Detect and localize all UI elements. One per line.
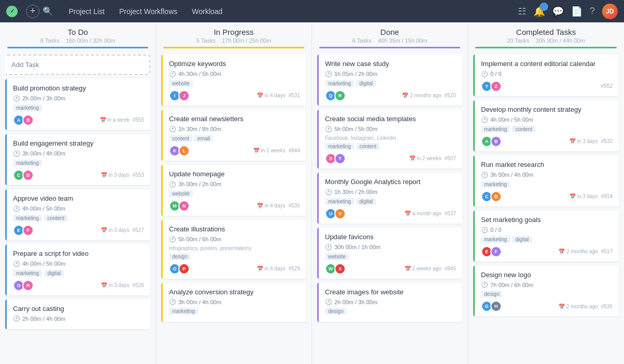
card-title: Design new logo (481, 271, 613, 280)
column-header: To Do 8 Tasks 16h 00m / 32h 00m (0, 22, 155, 53)
tag: content (169, 135, 192, 142)
task-card[interactable]: Develop monthly content strategy 🕐4h 00m… (473, 100, 619, 151)
clock-icon: 🕐 (481, 116, 488, 123)
chat-icon[interactable]: 💬 (552, 6, 564, 17)
card-due: 📅 in 4 days (257, 93, 285, 98)
task-card[interactable]: Create social media templates 🕐5h 00m / … (317, 110, 462, 168)
card-footer: GH 📅 2 months ago#530 (481, 301, 613, 312)
grid-icon[interactable]: ☷ (518, 6, 526, 17)
card-subtitle: Infographics, posters, presentations (169, 245, 300, 251)
task-card[interactable]: Create email newsletters 🕐1h 30m / 8h 00… (161, 110, 306, 161)
card-tags: marketingdigital (13, 270, 144, 277)
avatar: D (490, 191, 502, 202)
avatar: J (178, 90, 190, 101)
top-navigation: ✓ + 🔍 Project List Project Workflows Wor… (0, 0, 624, 22)
clock-icon: 🕐 (325, 244, 332, 251)
card-time: 🕐3h 00m / 4h 00m (169, 298, 300, 305)
card-tags: marketing (13, 105, 144, 111)
card-due: 📅 in 4 days (257, 203, 285, 209)
task-card[interactable]: Implement a content editorial calendar 🕐… (473, 55, 619, 96)
task-card[interactable]: Approve video team 🕐4h 00m / 5h 00m mark… (5, 189, 150, 240)
avatar: D (22, 170, 34, 181)
card-title: Analyze conversion strategy (169, 288, 300, 297)
add-task-card[interactable]: Add Task (5, 55, 150, 75)
task-card[interactable]: Update homepage 🕐3h 00m / 2h 00m website… (161, 165, 306, 216)
card-title: Run market research (481, 161, 613, 170)
card-tags: marketingcontent (481, 126, 613, 133)
task-card[interactable]: Create illustrations 🕐5h 00m / 6h 00m In… (161, 220, 306, 279)
card-avatars: IJ (169, 90, 190, 101)
task-card[interactable]: Optimize keywords 🕐4h 30m / 5h 00m websi… (161, 55, 306, 106)
nav-project-workflows[interactable]: Project Workflows (112, 0, 185, 22)
avatar: F (22, 225, 34, 236)
tag: design (481, 291, 502, 297)
card-time: 🕐1h 30m / 2h 00m (325, 189, 456, 196)
tag: email (194, 135, 213, 142)
clock-icon: 🕐 (325, 126, 332, 133)
column-header: In Progress 5 Tasks 17h 00m / 25h 00m (156, 22, 311, 53)
tag: website (325, 253, 349, 260)
card-footer: UV 📅 a month ago#537 (325, 208, 456, 219)
clock-icon: 🕐 (481, 281, 488, 288)
card-tags: marketingcontent (325, 143, 456, 150)
help-icon[interactable]: ? (590, 6, 595, 17)
card-tags: marketingdigital (325, 198, 456, 205)
column-col-inprogress: In Progress 5 Tasks 17h 00m / 25h 00m Op… (156, 22, 312, 364)
task-card[interactable]: Write new case study 🕐1h 05m / 2h 00m ma… (317, 55, 462, 106)
card-title: Create images for website (325, 288, 456, 297)
tag: marketing (325, 80, 354, 87)
card-avatars: QR (325, 90, 346, 101)
kanban-board: To Do 8 Tasks 16h 00m / 32h 00m Add Task… (0, 22, 624, 364)
task-card[interactable]: Set marketing goals 🕐0 / 0 marketingdigi… (473, 211, 619, 262)
column-title: In Progress (163, 28, 304, 36)
tag: marketing (13, 105, 42, 111)
task-card[interactable]: Update favicons 🕐30h 00m / 1h 00m websit… (317, 228, 462, 279)
tag: marketing (325, 198, 354, 205)
card-footer: QR 📅 2 months ago#520 (325, 90, 456, 101)
card-due: 📅 in 3 days (569, 193, 598, 199)
task-card[interactable]: Create images for website 🕐2h 00m / 3h 0… (317, 283, 462, 322)
card-title: Approve video team (13, 194, 144, 203)
task-card[interactable]: Run market research 🕐3h 00m / 4h 00m mar… (473, 155, 619, 206)
card-avatars: CD (13, 170, 34, 181)
column-body: Implement a content editorial calendar 🕐… (468, 53, 624, 364)
card-title: Implement a content editorial calendar (481, 60, 613, 69)
card-title: Write new case study (325, 60, 456, 69)
column-meta: 5 Tasks 17h 00m / 25h 00m (163, 37, 304, 44)
card-footer: WX 📅 2 weeks ago#845 (325, 263, 456, 275)
card-title: Prepare a script for video (13, 250, 144, 258)
nav-workload[interactable]: Workload (185, 0, 230, 22)
nav-project-list[interactable]: Project List (61, 0, 112, 22)
card-title: Develop monthly content strategy (481, 106, 613, 114)
search-button[interactable]: 🔍 (43, 6, 53, 16)
card-title: Create social media templates (325, 115, 456, 124)
card-tags: marketing (169, 308, 300, 315)
notification-badge (540, 3, 548, 11)
card-avatars: GH (481, 301, 502, 312)
file-icon[interactable]: 📄 (571, 6, 582, 17)
avatar: F (490, 246, 502, 257)
user-avatar[interactable]: JD (602, 4, 618, 19)
card-time: 🕐5h 00m / 5h 00m (325, 126, 456, 133)
card-time: 🕐1h 30m / 8h 00m (169, 126, 300, 133)
add-button[interactable]: + (26, 5, 40, 18)
task-card[interactable]: Build promotion strategy 🕐2h 00m / 3h 00… (5, 79, 150, 130)
card-id: #529 (289, 266, 300, 271)
card-avatars: GH (13, 280, 34, 291)
task-card[interactable]: Prepare a script for video 🕐4h 00m / 5h … (5, 244, 150, 295)
card-due: 📅 in 4 days (257, 266, 285, 271)
tag: design (169, 253, 190, 260)
task-card[interactable]: Carry out casting 🕐2h 00m / 4h 00m (5, 300, 150, 330)
tag: digital (356, 198, 376, 205)
task-card[interactable]: Monthly Google Analytics report 🕐1h 30m … (317, 173, 462, 224)
task-card[interactable]: Analyze conversion strategy 🕐3h 00m / 4h… (161, 283, 306, 322)
task-card[interactable]: Build engagement strategy 🕐3h 00m / 4h 0… (5, 134, 150, 185)
card-tags: website (169, 80, 300, 87)
card-time: 🕐3h 00m / 4h 00m (481, 172, 613, 178)
task-card[interactable]: Design new logo 🕐7h 00m / 6h 00m design … (473, 266, 619, 317)
bell-icon-wrapper[interactable]: 🔔 (534, 6, 545, 17)
card-time: 🕐1h 05m / 2h 00m (325, 71, 456, 77)
column-body: Optimize keywords 🕐4h 30m / 5h 00m websi… (156, 53, 311, 364)
card-time: 🕐2h 00m / 3h 00m (325, 298, 456, 305)
column-body: Add Task Build promotion strategy 🕐2h 00… (0, 53, 155, 364)
